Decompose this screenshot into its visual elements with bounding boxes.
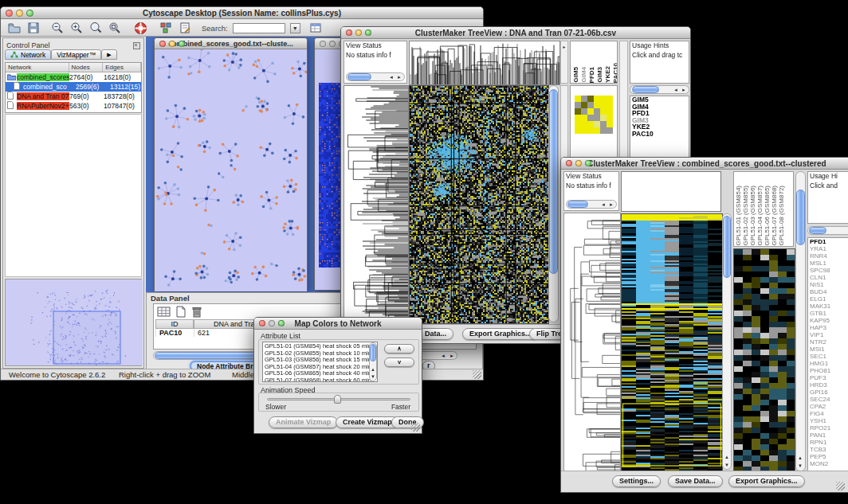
- gene-label[interactable]: YRA1: [810, 245, 848, 252]
- network-view-titlebar[interactable]: combined_scores_good.txt--cluste...: [155, 38, 307, 49]
- attribute-browser-icon[interactable]: [308, 21, 323, 35]
- resize-grip[interactable]: [411, 423, 420, 432]
- move-down-button[interactable]: v: [384, 357, 414, 367]
- tv1-row-label[interactable]: PAC10: [632, 131, 689, 138]
- birdseye-canvas[interactable]: [6, 279, 143, 365]
- birdseye-view[interactable]: [5, 279, 142, 366]
- tv2-save-data-button[interactable]: Save Data...: [668, 475, 723, 487]
- gene-label[interactable]: GTB1: [810, 310, 848, 317]
- minimize-button[interactable]: [16, 10, 23, 17]
- gene-label[interactable]: MSL1: [810, 260, 848, 267]
- zoom-selected-icon[interactable]: [88, 21, 103, 35]
- zoom-button[interactable]: [585, 160, 591, 166]
- resize-grip[interactable]: [836, 482, 845, 490]
- move-up-button[interactable]: ∧: [384, 344, 414, 354]
- close-button[interactable]: [259, 320, 265, 326]
- zoom-button[interactable]: [26, 10, 33, 17]
- tv1-row-dendrogram[interactable]: [344, 85, 409, 324]
- gene-label[interactable]: RNR4: [810, 252, 848, 260]
- gene-label[interactable]: BUD4: [810, 288, 848, 295]
- tv2-heatmap[interactable]: [621, 213, 723, 471]
- attribute-listbox[interactable]: GPL51-01 (GSM854) heat shock 05 minGPL51…: [262, 342, 378, 382]
- save-icon[interactable]: [26, 21, 41, 35]
- tv1-vscrollbar[interactable]: [548, 85, 559, 322]
- tv2-export-graphics-button[interactable]: Export Graphics...: [728, 475, 805, 487]
- gene-label[interactable]: VIP1: [810, 331, 848, 338]
- gene-label[interactable]: GPI16: [810, 389, 848, 396]
- gene-label[interactable]: SEC24: [810, 396, 848, 403]
- tab-vizmapper[interactable]: VizMapper™: [51, 49, 101, 60]
- network-list-header[interactable]: Network Nodes Edges: [6, 63, 141, 72]
- tv1-heatmap[interactable]: [409, 85, 549, 324]
- treeview1-titlebar[interactable]: ClusterMaker TreeView : DNA and Tran 07-…: [341, 27, 690, 39]
- gene-label[interactable]: CLN1: [810, 274, 848, 281]
- tv2-heat-vscrollbar[interactable]: ▲▼: [722, 213, 732, 470]
- gene-label[interactable]: MAK31: [810, 303, 848, 310]
- treeview2-titlebar[interactable]: ClusterMaker TreeView : combined_scores_…: [561, 158, 848, 170]
- gene-label[interactable]: NTR2: [810, 338, 848, 346]
- close-button[interactable]: [346, 29, 352, 36]
- create-vizmap-button[interactable]: Create Vizmap: [336, 416, 399, 428]
- tv2-zoom-vscrollbar[interactable]: ▲▼: [795, 171, 806, 471]
- animate-vizmap-button[interactable]: Animate Vizmap: [269, 416, 338, 428]
- gene-label[interactable]: HAP3: [810, 324, 848, 331]
- minimize-button[interactable]: [575, 160, 582, 166]
- gene-label[interactable]: MON2: [810, 460, 848, 467]
- tv2-settings-button[interactable]: Settings...: [612, 475, 661, 487]
- tv1-usage-hscrollbar[interactable]: ◄►: [630, 85, 689, 94]
- tv2-status-hscrollbar[interactable]: ◄►: [566, 200, 617, 209]
- network-row[interactable]: combined_scores2764(0)16218(0): [6, 72, 141, 82]
- gene-label[interactable]: RPO21: [810, 424, 848, 432]
- main-titlebar[interactable]: Cytoscape Desktop (Session Name: collins…: [1, 7, 483, 19]
- animation-slider-thumb[interactable]: [334, 395, 341, 404]
- attribute-list-item[interactable]: GPL51-07 (GSM868) heat shock 60 min: [265, 377, 375, 382]
- zoom-button[interactable]: [278, 320, 285, 326]
- gene-label[interactable]: PEP5: [810, 453, 848, 460]
- attribute-list-scrollbar[interactable]: ▲▼: [369, 342, 377, 381]
- gene-label[interactable]: PAN1: [810, 432, 848, 439]
- gene-label[interactable]: TCB3: [810, 446, 848, 453]
- gene-label[interactable]: HRD3: [810, 381, 848, 389]
- gene-label[interactable]: SPC98: [810, 267, 848, 274]
- search-dropdown-button[interactable]: ▼: [290, 23, 300, 33]
- zoom-out-icon[interactable]: [50, 21, 65, 35]
- scroll-left-arrow[interactable]: ◄: [439, 352, 447, 360]
- close-button[interactable]: [159, 41, 166, 47]
- vizmapper-icon[interactable]: [159, 21, 173, 35]
- zoom-button[interactable]: [365, 29, 371, 36]
- open-icon[interactable]: [7, 21, 22, 35]
- tab-network[interactable]: Network: [5, 49, 51, 60]
- tv1-column-dendrogram[interactable]: [409, 41, 560, 85]
- gene-label[interactable]: ELG1: [810, 295, 848, 303]
- gene-label[interactable]: MSI1: [810, 346, 848, 353]
- search-input[interactable]: [233, 23, 285, 33]
- gene-label[interactable]: NIS1: [810, 281, 848, 288]
- gene-label[interactable]: PUF3: [810, 374, 848, 381]
- network-view-window[interactable]: combined_scores_good.txt--cluste...: [154, 37, 308, 291]
- scroll-right-arrow[interactable]: ►: [448, 352, 456, 360]
- tv2-column-dendrogram-area[interactable]: [621, 171, 721, 212]
- tv1-export-graphics-button[interactable]: Export Graphics...: [462, 328, 539, 340]
- tv1-corner-strip[interactable]: ▸: [560, 41, 568, 84]
- zoom-fit-icon[interactable]: [108, 21, 122, 35]
- gene-label[interactable]: KAP95: [810, 317, 848, 324]
- gene-label[interactable]: FIG4: [810, 410, 848, 417]
- data-col-id[interactable]: ID: [155, 319, 194, 329]
- gene-label[interactable]: YSH1: [810, 417, 848, 424]
- gene-label[interactable]: CPA2: [810, 403, 848, 410]
- tv1-save-data-button[interactable]: Data...: [418, 328, 453, 340]
- tv2-usage-hscrollbar[interactable]: [807, 226, 848, 235]
- gene-label[interactable]: RPN1: [810, 439, 848, 446]
- gene-label[interactable]: PFD1: [810, 238, 848, 245]
- network-canvas[interactable]: [155, 49, 307, 291]
- tv1-zoom-matrix[interactable]: [575, 96, 613, 134]
- gene-label[interactable]: HMG1: [810, 360, 848, 367]
- tv2-row-dendrogram[interactable]: [563, 213, 621, 471]
- tab-overflow-arrow[interactable]: ▶: [101, 49, 116, 60]
- close-button[interactable]: [566, 160, 572, 166]
- tv1-status-hscrollbar[interactable]: ◄►: [346, 72, 405, 81]
- annotation-icon[interactable]: [178, 21, 192, 35]
- zoom-button[interactable]: [179, 41, 185, 47]
- network-row[interactable]: DNA and Tran 07769(0)183728(0): [6, 92, 141, 101]
- gene-label[interactable]: SEC1: [810, 353, 848, 360]
